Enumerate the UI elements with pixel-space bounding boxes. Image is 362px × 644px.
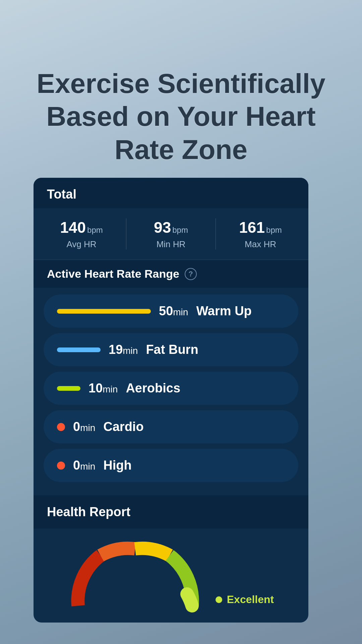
zones-container: 50min Warm Up 19min Fat Burn 10min Aerob… — [34, 288, 308, 492]
max-hr-stat: 161bpm Max HR — [219, 218, 302, 250]
gauge-chart — [68, 539, 202, 612]
health-report-header: Health Report — [34, 495, 308, 529]
cardio-dot — [57, 423, 65, 431]
gauge-area: Excellent — [34, 529, 308, 623]
zone-item-cardio[interactable]: 0min Cardio — [44, 410, 298, 443]
fat-burn-name: Fat Burn — [146, 342, 198, 357]
fat-burn-bar-container — [57, 347, 101, 352]
fat-burn-bar — [57, 347, 101, 352]
health-report-title: Health Report — [47, 505, 130, 519]
warm-up-time: 50min — [159, 304, 188, 318]
max-hr-value: 161bpm — [239, 218, 282, 236]
high-name: High — [103, 458, 131, 473]
high-time: 0min — [73, 458, 95, 473]
aerobics-bar — [57, 386, 80, 391]
total-label: Total — [47, 187, 76, 201]
aerobics-time: 10min — [88, 381, 118, 395]
fat-burn-time: 19min — [109, 342, 138, 357]
ahr-header: Active Heart Rate Range ? — [34, 260, 308, 288]
hr-divider-2 — [216, 218, 216, 250]
cardio-time: 0min — [73, 420, 95, 434]
min-hr-label: Min HR — [157, 239, 186, 250]
info-icon[interactable]: ? — [185, 268, 197, 280]
hr-stats-row: 140bpm Avg HR 93bpm Min HR 161bpm Max HR — [34, 208, 308, 260]
avg-hr-label: Avg HR — [66, 239, 96, 250]
warm-up-bar — [57, 309, 151, 314]
hero-title: Exercise Scientifically Based on Your He… — [20, 67, 342, 166]
avg-hr-value: 140bpm — [60, 218, 103, 236]
ahr-title: Active Heart Rate Range — [47, 267, 179, 280]
zone-item-fat-burn[interactable]: 19min Fat Burn — [44, 333, 298, 366]
gauge-legend: Excellent — [216, 593, 274, 612]
warm-up-bar-container — [57, 309, 151, 314]
hr-divider-1 — [126, 218, 126, 250]
min-hr-stat: 93bpm Min HR — [130, 218, 212, 250]
zone-item-high[interactable]: 0min High — [44, 449, 298, 482]
avg-hr-stat: 140bpm Avg HR — [40, 218, 123, 250]
warm-up-name: Warm Up — [196, 304, 251, 318]
legend-label-excellent: Excellent — [227, 593, 274, 606]
total-header: Total — [34, 178, 308, 208]
cardio-name: Cardio — [103, 420, 143, 434]
max-hr-label: Max HR — [245, 239, 276, 250]
aerobics-bar-container — [57, 386, 80, 391]
legend-item-excellent: Excellent — [216, 593, 274, 606]
aerobics-name: Aerobics — [126, 381, 180, 395]
zone-item-warm-up[interactable]: 50min Warm Up — [44, 294, 298, 328]
main-card: Total 140bpm Avg HR 93bpm Min HR 161bpm … — [34, 178, 308, 623]
hero-section: Exercise Scientifically Based on Your He… — [0, 67, 362, 166]
zone-item-aerobics[interactable]: 10min Aerobics — [44, 372, 298, 405]
min-hr-value: 93bpm — [154, 218, 188, 236]
legend-dot-excellent — [216, 596, 222, 603]
high-dot — [57, 462, 65, 470]
